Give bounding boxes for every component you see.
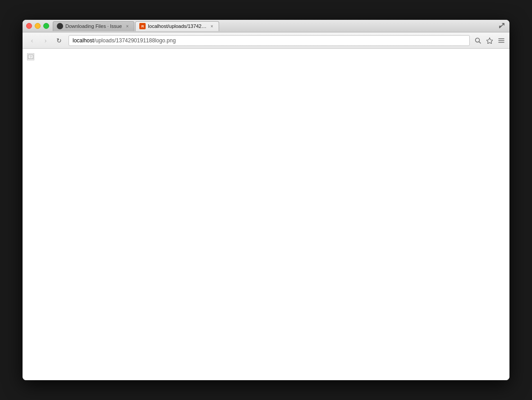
forward-button[interactable]: ›	[40, 35, 51, 46]
browser-window: Downloading Files · Issue × R localhost/…	[23, 20, 509, 380]
toolbar: ‹ › ↻ localhost/uploads/1374290191188log…	[23, 32, 509, 49]
address-host: localhost	[73, 37, 94, 44]
new-tab-button[interactable]	[220, 22, 233, 31]
tab-favicon-localhost: R	[139, 23, 146, 29]
svg-marker-2	[486, 38, 493, 44]
traffic-lights	[26, 23, 49, 29]
tabs-bar: Downloading Files · Issue × R localhost/…	[53, 21, 506, 31]
expand-button[interactable]	[499, 23, 506, 30]
tab-label-localhost: localhost/uploads/13742…	[148, 23, 206, 29]
address-bar[interactable]: localhost/uploads/1374290191188logo.png	[69, 35, 470, 46]
toolbar-icons	[473, 36, 506, 45]
content-area	[23, 49, 509, 380]
forward-icon: ›	[45, 37, 47, 44]
tab-github[interactable]: Downloading Files · Issue ×	[53, 21, 134, 31]
bookmark-button[interactable]	[485, 36, 494, 45]
menu-button[interactable]	[497, 36, 506, 45]
tab-label-github: Downloading Files · Issue	[65, 23, 122, 29]
search-button[interactable]	[473, 36, 482, 45]
address-text: localhost/uploads/1374290191188logo.png	[73, 37, 466, 44]
maximize-button[interactable]	[43, 23, 49, 29]
tab-close-github[interactable]: ×	[124, 23, 130, 29]
reload-button[interactable]: ↻	[53, 35, 65, 46]
tab-localhost[interactable]: R localhost/uploads/13742… ×	[135, 21, 219, 31]
reload-icon: ↻	[56, 37, 62, 44]
title-bar: Downloading Files · Issue × R localhost/…	[23, 20, 509, 32]
minimize-button[interactable]	[35, 23, 41, 29]
address-path: /uploads/1374290191188logo.png	[94, 37, 176, 44]
svg-line-1	[479, 41, 481, 43]
tab-favicon-github	[57, 23, 63, 29]
tab-close-localhost[interactable]: ×	[209, 23, 215, 29]
close-button[interactable]	[26, 23, 32, 29]
broken-image	[27, 53, 34, 60]
back-button[interactable]: ‹	[26, 35, 38, 46]
back-icon: ‹	[31, 37, 33, 44]
